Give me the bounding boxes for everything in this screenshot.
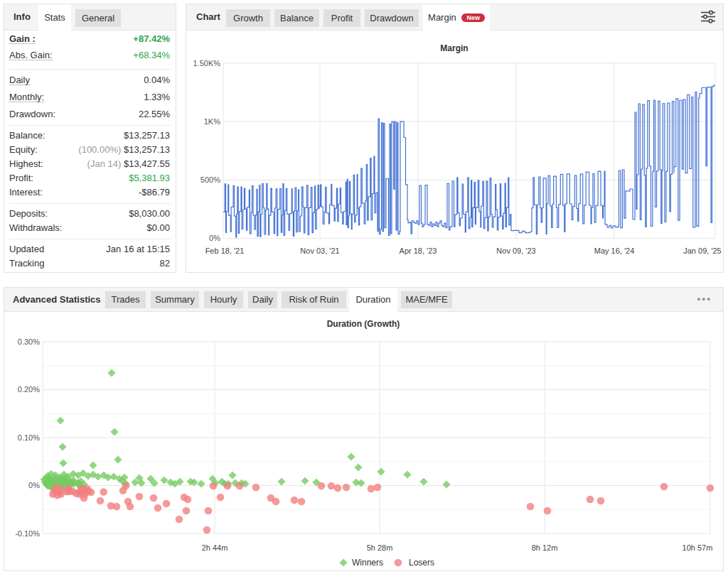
svg-text:2h 44m: 2h 44m (202, 543, 228, 552)
svg-text:10h 57m: 10h 57m (682, 543, 713, 552)
svg-text:May 16, '24: May 16, '24 (594, 247, 635, 255)
svg-text:Nov 09, '23: Nov 09, '23 (496, 247, 535, 255)
svg-text:Losers: Losers (409, 558, 434, 568)
svg-text:0%: 0% (28, 481, 40, 489)
svg-text:Duration (Growth): Duration (Growth) (327, 319, 400, 329)
svg-text:Jan 09, '25: Jan 09, '25 (683, 247, 721, 255)
svg-text:Nov 03, '21: Nov 03, '21 (300, 247, 339, 255)
svg-text:8h 12m: 8h 12m (532, 543, 558, 552)
svg-text:1K%: 1K% (204, 117, 220, 126)
svg-text:Feb 18, '21: Feb 18, '21 (205, 247, 245, 255)
svg-text:500%: 500% (200, 175, 220, 184)
svg-text:5h 28m: 5h 28m (367, 543, 393, 552)
svg-text:Apr 18, '23: Apr 18, '23 (400, 247, 437, 255)
svg-text:-0.10%: -0.10% (15, 529, 40, 538)
svg-text:0.30%: 0.30% (18, 337, 40, 346)
svg-text:Margin: Margin (440, 43, 468, 53)
svg-text:0.20%: 0.20% (18, 385, 40, 394)
svg-text:0%: 0% (209, 234, 220, 242)
svg-text:Winners: Winners (352, 558, 383, 568)
svg-text:1.50K%: 1.50K% (193, 59, 220, 67)
svg-text:0.10%: 0.10% (18, 433, 40, 442)
